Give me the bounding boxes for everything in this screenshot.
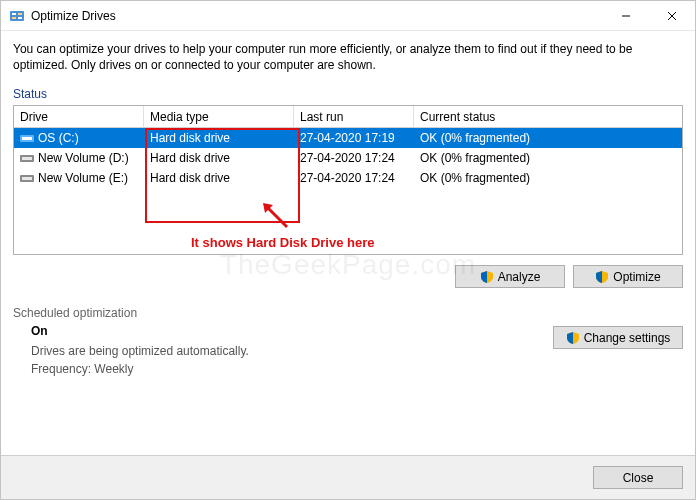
defrag-app-icon	[9, 8, 25, 24]
drive-icon	[20, 173, 34, 184]
svg-rect-13	[22, 177, 32, 180]
cell-drive: New Volume (E:)	[14, 171, 144, 185]
bottom-bar: Close	[1, 455, 695, 499]
drives-table-body: OS (C:)Hard disk drive27-04-2020 17:19OK…	[14, 128, 682, 188]
change-settings-label: Change settings	[584, 331, 671, 345]
cell-status: OK (0% fragmented)	[414, 131, 682, 145]
cell-media-type: Hard disk drive	[144, 171, 294, 185]
status-label: Status	[13, 87, 683, 101]
optimize-button[interactable]: Optimize	[573, 265, 683, 288]
schedule-state: On	[31, 324, 553, 338]
svg-rect-4	[18, 17, 22, 19]
drive-icon	[20, 153, 34, 164]
shield-icon	[595, 270, 609, 284]
cell-status: OK (0% fragmented)	[414, 171, 682, 185]
table-row[interactable]: New Volume (D:)Hard disk drive27-04-2020…	[14, 148, 682, 168]
cell-media-type: Hard disk drive	[144, 131, 294, 145]
window-title: Optimize Drives	[31, 9, 116, 23]
schedule-freq: Frequency: Weekly	[31, 362, 553, 376]
shield-icon	[566, 331, 580, 345]
svg-rect-3	[12, 17, 16, 19]
schedule-desc: Drives are being optimized automatically…	[31, 344, 553, 358]
change-settings-button[interactable]: Change settings	[553, 326, 683, 349]
analyze-label: Analyze	[498, 270, 541, 284]
analyze-button[interactable]: Analyze	[455, 265, 565, 288]
titlebar: Optimize Drives	[1, 1, 695, 31]
col-media-type[interactable]: Media type	[144, 106, 294, 127]
table-row[interactable]: OS (C:)Hard disk drive27-04-2020 17:19OK…	[14, 128, 682, 148]
cell-last-run: 27-04-2020 17:19	[294, 131, 414, 145]
drive-label: New Volume (E:)	[38, 171, 128, 185]
minimize-button[interactable]	[603, 1, 649, 31]
close-label: Close	[623, 471, 654, 485]
svg-rect-1	[12, 13, 16, 15]
svg-rect-2	[18, 13, 22, 15]
col-drive[interactable]: Drive	[14, 106, 144, 127]
col-last-run[interactable]: Last run	[294, 106, 414, 127]
cell-media-type: Hard disk drive	[144, 151, 294, 165]
cell-last-run: 27-04-2020 17:24	[294, 151, 414, 165]
table-row[interactable]: New Volume (E:)Hard disk drive27-04-2020…	[14, 168, 682, 188]
svg-rect-0	[10, 11, 24, 21]
intro-text: You can optimize your drives to help you…	[13, 41, 683, 73]
svg-rect-11	[22, 157, 32, 160]
cell-status: OK (0% fragmented)	[414, 151, 682, 165]
optimize-label: Optimize	[613, 270, 660, 284]
svg-rect-9	[22, 137, 32, 140]
shield-icon	[480, 270, 494, 284]
cell-last-run: 27-04-2020 17:24	[294, 171, 414, 185]
col-current-status[interactable]: Current status	[414, 106, 682, 127]
scheduled-optimization-label: Scheduled optimization	[13, 306, 553, 320]
drive-icon	[20, 133, 34, 144]
drive-label: OS (C:)	[38, 131, 79, 145]
close-dialog-button[interactable]: Close	[593, 466, 683, 489]
drives-status-panel: Drive Media type Last run Current status…	[13, 105, 683, 255]
close-button[interactable]	[649, 1, 695, 31]
cell-drive: New Volume (D:)	[14, 151, 144, 165]
drive-label: New Volume (D:)	[38, 151, 129, 165]
cell-drive: OS (C:)	[14, 131, 144, 145]
drives-table-header: Drive Media type Last run Current status	[14, 106, 682, 128]
